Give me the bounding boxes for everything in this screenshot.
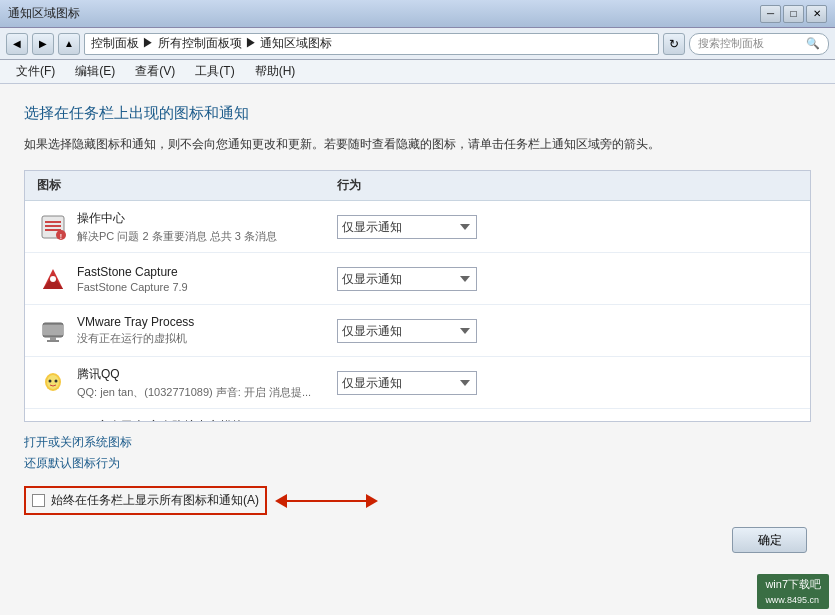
icon-qq <box>37 367 69 399</box>
checkbox-label: 始终在任务栏上显示所有图标和通知(A) <box>51 492 259 509</box>
menu-help[interactable]: 帮助(H) <box>247 61 304 82</box>
item-text-2: VMware Tray Process 没有正在运行的虚拟机 <box>77 315 325 346</box>
item-icon-area: 腾讯QQ QQ: jen tan、(1032771089) 声音: 开启 消息提… <box>37 366 337 400</box>
svg-rect-10 <box>43 325 63 335</box>
behavior-select-3[interactable]: 仅显示通知 显示图标和通知 隐藏图标和通知 <box>337 371 477 395</box>
item-name-0: 操作中心 <box>77 210 325 227</box>
svg-point-14 <box>47 375 59 389</box>
svg-rect-12 <box>47 340 59 342</box>
item-icon-area: VMware Tray Process 没有正在运行的虚拟机 <box>37 315 337 347</box>
search-placeholder: 搜索控制面板 <box>698 36 764 51</box>
search-icon: 🔍 <box>806 37 820 50</box>
always-show-checkbox[interactable] <box>32 494 45 507</box>
open-close-system-link[interactable]: 打开或关闭系统图标 <box>24 434 811 451</box>
arrow-tail-icon <box>366 494 378 508</box>
item-behavior-1[interactable]: 仅显示通知 显示图标和通知 隐藏图标和通知 <box>337 267 798 291</box>
panel-header: 图标 行为 <box>25 171 810 201</box>
checkbox-container: 始终在任务栏上显示所有图标和通知(A) <box>24 486 267 515</box>
item-sub-1: FastStone Capture 7.9 <box>77 281 325 293</box>
table-row: 360 360安全卫士 安全防护中心模块 360安全卫士 - 安全防护中心完全开… <box>25 409 810 421</box>
table-row: FastStone Capture FastStone Capture 7.9 … <box>25 253 810 305</box>
svg-rect-11 <box>50 337 56 340</box>
title-bar: 通知区域图标 ─ □ ✕ <box>0 0 835 28</box>
item-icon-area: 360 360安全卫士 安全防护中心模块 360安全卫士 - 安全防护中心完全开… <box>37 418 337 421</box>
item-name-1: FastStone Capture <box>77 265 325 279</box>
table-row: 腾讯QQ QQ: jen tan、(1032771089) 声音: 开启 消息提… <box>25 357 810 409</box>
item-icon-area: ! 操作中心 解决PC 问题 2 条重要消息 总共 3 条消息 <box>37 210 337 244</box>
item-sub-3: QQ: jen tan、(1032771089) 声音: 开启 消息提... <box>77 385 325 400</box>
item-behavior-2[interactable]: 仅显示通知 显示图标和通知 隐藏图标和通知 <box>337 319 798 343</box>
item-behavior-0[interactable]: 仅显示通知 显示图标和通知 隐藏图标和通知 <box>337 215 798 239</box>
title-bar-text: 通知区域图标 <box>8 5 760 22</box>
item-sub-0: 解决PC 问题 2 条重要消息 总共 3 条消息 <box>77 229 325 244</box>
title-bar-buttons: ─ □ ✕ <box>760 5 827 23</box>
menu-file[interactable]: 文件(F) <box>8 61 63 82</box>
item-text-3: 腾讯QQ QQ: jen tan、(1032771089) 声音: 开启 消息提… <box>77 366 325 400</box>
back-button[interactable]: ◀ <box>6 33 28 55</box>
icon-faststone <box>37 263 69 295</box>
table-row: VMware Tray Process 没有正在运行的虚拟机 仅显示通知 显示图… <box>25 305 810 357</box>
watermark: win7下载吧www.8495.cn <box>757 574 829 609</box>
minimize-button[interactable]: ─ <box>760 5 781 23</box>
main-panel: 图标 行为 ! <box>24 170 811 422</box>
arrow-head-icon <box>275 494 287 508</box>
menu-tools[interactable]: 工具(T) <box>187 61 242 82</box>
maximize-button[interactable]: □ <box>783 5 804 23</box>
header-icon-col: 图标 <box>37 177 337 194</box>
address-bar: ◀ ▶ ▲ 控制面板 ▶ 所有控制面板项 ▶ 通知区域图标 ↻ 搜索控制面板 🔍 <box>0 28 835 60</box>
item-name-4: 360安全卫士 安全防护中心模块 <box>77 418 325 421</box>
breadcrumb: 控制面板 ▶ 所有控制面板项 ▶ 通知区域图标 <box>91 35 332 52</box>
item-text-1: FastStone Capture FastStone Capture 7.9 <box>77 265 325 293</box>
forward-button[interactable]: ▶ <box>32 33 54 55</box>
ok-button[interactable]: 确定 <box>732 527 807 553</box>
menu-bar: 文件(F) 编辑(E) 查看(V) 工具(T) 帮助(H) <box>0 60 835 84</box>
panel-body: ! 操作中心 解决PC 问题 2 条重要消息 总共 3 条消息 仅显示通知 显示… <box>25 201 810 421</box>
up-button[interactable]: ▲ <box>58 33 80 55</box>
arrow-line <box>287 500 367 502</box>
item-icon-area: FastStone Capture FastStone Capture 7.9 <box>37 263 337 295</box>
page-description: 如果选择隐藏图标和通知，则不会向您通知更改和更新。若要随时查看隐藏的图标，请单击… <box>24 135 811 154</box>
arrow-annotation <box>275 494 378 508</box>
behavior-select-0[interactable]: 仅显示通知 显示图标和通知 隐藏图标和通知 <box>337 215 477 239</box>
svg-text:!: ! <box>60 233 62 240</box>
behavior-select-1[interactable]: 仅显示通知 显示图标和通知 隐藏图标和通知 <box>337 267 477 291</box>
menu-edit[interactable]: 编辑(E) <box>67 61 123 82</box>
svg-rect-1 <box>45 221 61 223</box>
page-title: 选择在任务栏上出现的图标和通知 <box>24 104 811 123</box>
svg-point-16 <box>55 379 58 382</box>
watermark-text: win7下载吧www.8495.cn <box>765 578 821 605</box>
table-row: ! 操作中心 解决PC 问题 2 条重要消息 总共 3 条消息 仅显示通知 显示… <box>25 201 810 253</box>
restore-default-link[interactable]: 还原默认图标行为 <box>24 455 811 472</box>
bottom-links: 打开或关闭系统图标 还原默认图标行为 <box>24 434 811 472</box>
header-behavior-col: 行为 <box>337 177 798 194</box>
item-name-2: VMware Tray Process <box>77 315 325 329</box>
item-text-4: 360安全卫士 安全防护中心模块 360安全卫士 - 安全防护中心完全开启 <box>77 418 325 421</box>
refresh-button[interactable]: ↻ <box>663 33 685 55</box>
item-sub-2: 没有正在运行的虚拟机 <box>77 331 325 346</box>
item-behavior-3[interactable]: 仅显示通知 显示图标和通知 隐藏图标和通知 <box>337 371 798 395</box>
svg-point-15 <box>49 379 52 382</box>
bottom-bar: 确定 <box>24 527 811 553</box>
item-text-0: 操作中心 解决PC 问题 2 条重要消息 总共 3 条消息 <box>77 210 325 244</box>
icon-360: 360 <box>37 419 69 421</box>
close-button[interactable]: ✕ <box>806 5 827 23</box>
address-path[interactable]: 控制面板 ▶ 所有控制面板项 ▶ 通知区域图标 <box>84 33 659 55</box>
icon-vmware <box>37 315 69 347</box>
icon-action-center: ! <box>37 211 69 243</box>
content-area: 选择在任务栏上出现的图标和通知 如果选择隐藏图标和通知，则不会向您通知更改和更新… <box>0 84 835 615</box>
svg-rect-2 <box>45 225 61 227</box>
item-name-3: 腾讯QQ <box>77 366 325 383</box>
menu-view[interactable]: 查看(V) <box>127 61 183 82</box>
svg-point-8 <box>50 276 56 282</box>
behavior-select-2[interactable]: 仅显示通知 显示图标和通知 隐藏图标和通知 <box>337 319 477 343</box>
search-box[interactable]: 搜索控制面板 🔍 <box>689 33 829 55</box>
